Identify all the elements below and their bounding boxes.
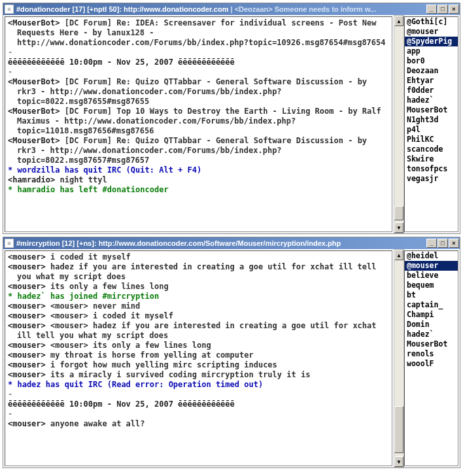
- user-item[interactable]: believe: [405, 271, 458, 280]
- close-button[interactable]: ×: [449, 5, 459, 14]
- window-title: #donationcoder [17] [+nptl 50]: http://w…: [16, 5, 426, 13]
- user-item[interactable]: @heidel: [405, 251, 458, 261]
- chat-line: -: [8, 390, 389, 400]
- user-item[interactable]: p4l: [405, 125, 458, 135]
- chat-line: <mouser> i forgot how much yelling mirc …: [8, 360, 389, 370]
- titlebar[interactable]: ≡#mircryption [12] [+ns]: http://www.don…: [3, 237, 460, 249]
- chat-line: <mouser> <mouser> its only a few lines l…: [8, 341, 389, 350]
- user-item[interactable]: Ehtyar: [405, 76, 458, 86]
- scroll-track[interactable]: [394, 26, 403, 222]
- titlebar[interactable]: ≡#donationcoder [17] [+nptl 50]: http://…: [3, 3, 460, 15]
- chat-log[interactable]: <MouserBot> [DC Forum] Re: IDEA: Screens…: [5, 16, 392, 232]
- user-item[interactable]: @mouser: [405, 27, 458, 37]
- user-item[interactable]: hadez`: [405, 330, 458, 339]
- chat-text: <mouser> its only a few lines long: [46, 341, 211, 350]
- user-item[interactable]: Champi: [405, 310, 458, 320]
- user-item[interactable]: renols: [405, 349, 458, 359]
- user-item[interactable]: hadez`: [405, 95, 458, 105]
- chat-line: * hamradio has left #donationcoder: [8, 185, 389, 195]
- nick: <MouserBot>: [8, 107, 60, 116]
- chat-line: <MouserBot> [DC Forum] Re: IDEA: Screens…: [8, 18, 389, 48]
- scroll-track[interactable]: [394, 260, 403, 456]
- user-item[interactable]: Domin: [405, 320, 458, 330]
- user-item[interactable]: app: [405, 46, 458, 56]
- chat-text: hadez if you are interested in creating …: [17, 262, 377, 281]
- chat-line: * hadez has quit IRC (Read error: Operat…: [8, 380, 389, 390]
- nick: <mouser>: [8, 350, 46, 360]
- chat-line: -: [8, 409, 389, 419]
- user-item[interactable]: @mouser: [405, 261, 458, 271]
- chat-log[interactable]: <mouser> i coded it myself<mouser> hadez…: [5, 250, 392, 466]
- user-item[interactable]: bequem: [405, 280, 458, 290]
- scroll-down-button[interactable]: ▼: [394, 222, 403, 233]
- nick: <mouser>: [8, 282, 46, 291]
- irc-window: ≡#mircryption [12] [+ns]: http://www.don…: [3, 237, 460, 468]
- user-item[interactable]: PhilKC: [405, 135, 458, 144]
- chat-line: * wordzilla has quit IRC (Quit: Alt + F4…: [8, 165, 389, 175]
- minimize-button[interactable]: _: [426, 5, 437, 14]
- nick: <mouser>: [8, 252, 46, 262]
- title-url: http://www.donationcoder.com/Software/Mo…: [99, 239, 341, 247]
- chat-scrollbar[interactable]: ▲▼: [394, 15, 404, 233]
- chat-line: <mouser> hadez if you are interested in …: [8, 262, 389, 282]
- chat-line: <MouserBot> [DC Forum] Top 10 Ways to De…: [8, 107, 389, 136]
- nick: <MouserBot>: [8, 77, 60, 86]
- user-item[interactable]: vegasjr: [405, 174, 458, 184]
- user-item[interactable]: scancode: [405, 144, 458, 154]
- chat-line: <mouser> my throat is horse from yelling…: [8, 350, 389, 360]
- window-buttons: _□×: [426, 237, 460, 249]
- app-icon: ≡: [5, 239, 14, 248]
- chat-line: <mouser> its only a few lines long: [8, 282, 389, 292]
- user-item[interactable]: @Gothi[c]: [405, 17, 458, 27]
- user-item[interactable]: bt: [405, 290, 458, 300]
- scroll-down-button[interactable]: ▼: [394, 456, 403, 467]
- chat-text: <mouser> never mind: [46, 301, 141, 311]
- irc-window: ≡#donationcoder [17] [+nptl 50]: http://…: [3, 3, 460, 234]
- user-item[interactable]: captain_: [405, 300, 458, 310]
- title-channel: #mircryption [12] [+ns]:: [16, 239, 97, 247]
- minimize-button[interactable]: _: [426, 239, 437, 248]
- chat-text: my throat is horse from yelling at compu…: [46, 350, 254, 360]
- chat-text: <mouser> hadez if you are interested in …: [17, 321, 377, 340]
- scroll-thumb[interactable]: [394, 206, 403, 220]
- user-item[interactable]: Skwire: [405, 154, 458, 164]
- chat-scrollbar[interactable]: ▲▼: [394, 249, 404, 468]
- user-item[interactable]: wooolF: [405, 359, 458, 369]
- chat-line: <mouser> its a miracly i survived coding…: [8, 370, 389, 380]
- nick: <mouser>: [8, 321, 46, 330]
- user-item[interactable]: MouserBot: [405, 105, 458, 115]
- title-url: http://www.donationcoder.com: [124, 5, 228, 13]
- nick: <mouser>: [8, 419, 46, 428]
- chat-line: <mouser> <mouser> never mind: [8, 301, 389, 311]
- nick: <mouser>: [8, 262, 46, 271]
- chat-text: [DC Forum] Re: IDEA: Screensaver for ind…: [17, 18, 386, 47]
- scroll-up-button[interactable]: ▲: [394, 250, 403, 260]
- chat-line: <mouser> <mouser> i coded it myself: [8, 311, 389, 321]
- client-area: <MouserBot> [DC Forum] Re: IDEA: Screens…: [3, 15, 460, 233]
- chat-line: <MouserBot> [DC Forum] Re: Quizo QTTabba…: [8, 77, 389, 107]
- nick: <mouser>: [8, 360, 46, 369]
- userlist[interactable]: @heidel@mouserbelievebequembtcaptain_Cha…: [404, 250, 458, 466]
- title-who: <Deozaan>: [235, 5, 273, 13]
- maximize-button[interactable]: □: [437, 239, 448, 248]
- nick: <mouser>: [8, 301, 46, 311]
- window-title: #mircryption [12] [+ns]: http://www.dona…: [16, 239, 426, 247]
- user-item[interactable]: Deozaan: [405, 66, 458, 76]
- close-button[interactable]: ×: [449, 239, 459, 248]
- maximize-button[interactable]: □: [437, 5, 448, 14]
- chat-line: <mouser> anyone awake at all?: [8, 419, 389, 429]
- user-item[interactable]: f0dder: [405, 86, 458, 95]
- user-item[interactable]: N1ght3d: [405, 115, 458, 125]
- title-channel: #donationcoder [17] [+nptl 50]:: [16, 5, 122, 13]
- chat-text: its only a few lines long: [46, 282, 169, 291]
- chat-text: i forgot how much yelling mirc scripting…: [46, 360, 277, 369]
- scroll-up-button[interactable]: ▲: [394, 16, 403, 26]
- user-item[interactable]: MouserBot: [405, 339, 458, 349]
- chat-text: anyone awake at all?: [46, 419, 145, 428]
- nick: <mouser>: [8, 311, 46, 320]
- userlist[interactable]: @Gothi[c]@mouser@SpyderPigappbor0Deozaan…: [404, 16, 458, 232]
- user-item[interactable]: @SpyderPig: [405, 37, 458, 46]
- user-item[interactable]: bor0: [405, 56, 458, 66]
- user-item[interactable]: tonsofpcs: [405, 164, 458, 174]
- scroll-thumb[interactable]: [394, 406, 403, 453]
